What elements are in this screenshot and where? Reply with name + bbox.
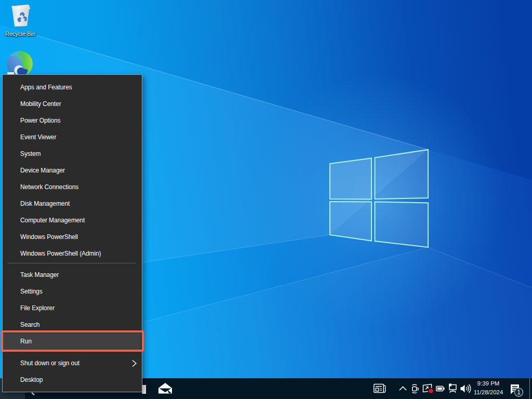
svg-text:1: 1 xyxy=(517,389,521,396)
